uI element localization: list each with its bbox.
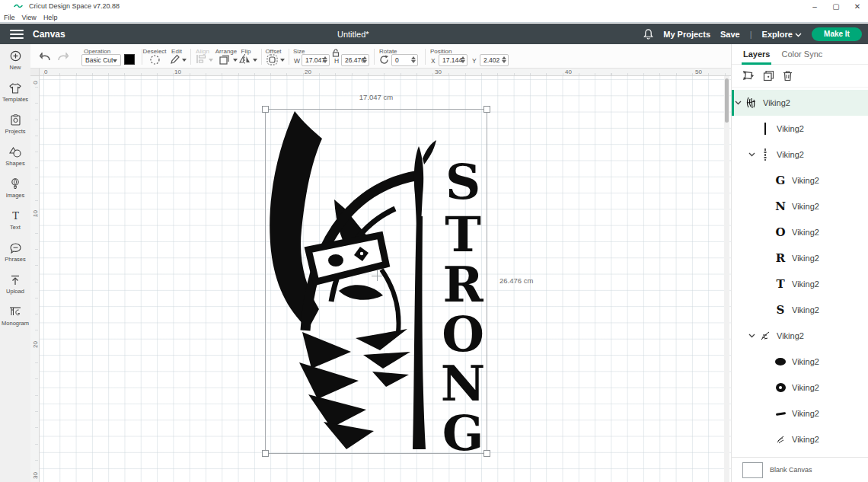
offset-caret-icon[interactable] bbox=[280, 59, 285, 62]
shapes-icon bbox=[9, 145, 21, 158]
height-label: H bbox=[334, 57, 339, 65]
layer-thumbnail-letter-O: O bbox=[773, 225, 788, 240]
blank-canvas-swatch[interactable] bbox=[742, 462, 763, 478]
layer-row[interactable]: SViking2 bbox=[732, 297, 868, 323]
flip-icon[interactable] bbox=[239, 54, 251, 65]
layer-label: Viking2 bbox=[777, 331, 804, 340]
height-input[interactable]: 26.476 bbox=[341, 54, 369, 66]
layer-row[interactable]: TViking2 bbox=[732, 271, 868, 297]
sidebar-item-upload[interactable]: Upload bbox=[0, 268, 30, 300]
sidebar-item-label: Phrases bbox=[5, 256, 26, 263]
redo-icon[interactable] bbox=[56, 53, 69, 62]
operation-color-swatch[interactable] bbox=[124, 54, 135, 65]
layer-row[interactable]: RViking2 bbox=[732, 245, 868, 271]
hamburger-menu-icon[interactable] bbox=[10, 30, 24, 39]
layer-thumbnail-donut bbox=[773, 380, 788, 395]
explore-menu[interactable]: Explore bbox=[762, 30, 802, 39]
operation-dropdown[interactable]: Basic Cut bbox=[81, 54, 121, 66]
unlock-icon[interactable] bbox=[332, 49, 340, 57]
layer-row[interactable]: Viking2 bbox=[732, 375, 868, 401]
layer-thumbnail-letter-T: T bbox=[773, 276, 788, 292]
layer-label: Viking2 bbox=[792, 409, 819, 418]
y-position-input[interactable]: 2.402 bbox=[480, 54, 509, 66]
group-icon[interactable] bbox=[742, 70, 755, 81]
my-projects-link[interactable]: My Projects bbox=[663, 30, 710, 39]
menu-file[interactable]: File bbox=[4, 14, 15, 21]
width-input[interactable]: 17.047 bbox=[302, 54, 330, 66]
layer-row[interactable]: NViking2 bbox=[732, 193, 868, 219]
offset-icon[interactable] bbox=[266, 54, 278, 65]
y-stepper[interactable] bbox=[502, 56, 506, 63]
menu-help[interactable]: Help bbox=[43, 14, 58, 21]
selection-bounding-box[interactable]: STRONG bbox=[265, 109, 487, 454]
sidebar-item-label: Projects bbox=[5, 128, 25, 135]
sidebar-item-label: Upload bbox=[6, 288, 24, 295]
layer-row-selected[interactable]: Viking2 bbox=[732, 90, 868, 116]
nav-canvas-label[interactable]: Canvas bbox=[33, 29, 65, 40]
sidebar-item-templates[interactable]: Templates bbox=[0, 76, 30, 108]
x-position-input[interactable]: 17.144 bbox=[439, 54, 468, 66]
layer-row[interactable]: OViking2 bbox=[732, 219, 868, 245]
resize-handle-top-left[interactable] bbox=[262, 106, 269, 113]
chevron-down-icon[interactable] bbox=[732, 101, 744, 105]
layer-thumbnail-viking bbox=[744, 95, 759, 110]
rotate-icon[interactable] bbox=[379, 55, 389, 65]
chevron-down-icon[interactable] bbox=[745, 334, 758, 338]
duplicate-icon[interactable] bbox=[763, 70, 774, 81]
h-ruler-tick-label: 50 bbox=[695, 69, 702, 75]
chevron-down-icon[interactable] bbox=[745, 152, 758, 157]
deselect-icon[interactable] bbox=[149, 54, 161, 65]
height-stepper[interactable] bbox=[362, 56, 367, 63]
maximize-button[interactable]: ▢ bbox=[825, 0, 847, 12]
scrollbar-thumb[interactable] bbox=[725, 78, 729, 123]
edit-pencil-icon[interactable] bbox=[170, 54, 180, 65]
layer-row[interactable]: Viking2 bbox=[732, 349, 868, 375]
layer-row[interactable]: Viking2 bbox=[732, 426, 868, 452]
sidebar-item-images[interactable]: Images bbox=[0, 172, 30, 204]
width-stepper[interactable] bbox=[323, 56, 327, 63]
rotate-input[interactable]: 0 bbox=[391, 54, 418, 66]
tab-layers[interactable]: Layers bbox=[743, 44, 770, 65]
sidebar-item-monogram[interactable]: Monogram bbox=[0, 300, 30, 332]
menu-view[interactable]: View bbox=[22, 14, 37, 21]
blank-canvas-bar[interactable]: Blank Canvas bbox=[732, 457, 868, 482]
tab-color-sync[interactable]: Color Sync bbox=[781, 44, 822, 65]
sidebar-item-shapes[interactable]: Shapes bbox=[0, 140, 30, 172]
canvas-area[interactable]: 01020304050 0102030 17.047 cm 26.476 cm bbox=[30, 69, 731, 482]
layer-label: Viking2 bbox=[792, 435, 819, 444]
sidebar-item-phrases[interactable]: Phrases bbox=[0, 236, 30, 268]
resize-handle-bottom-right[interactable] bbox=[483, 450, 490, 457]
arrange-caret-icon[interactable] bbox=[233, 59, 238, 62]
minimize-button[interactable]: – bbox=[804, 0, 825, 12]
sidebar-item-new[interactable]: New bbox=[0, 44, 30, 76]
undo-icon[interactable] bbox=[40, 53, 52, 62]
sidebar-item-projects[interactable]: Projects bbox=[0, 108, 30, 140]
rotate-stepper[interactable] bbox=[411, 56, 416, 63]
layer-row[interactable]: GViking2 bbox=[732, 168, 868, 193]
x-stepper[interactable] bbox=[461, 56, 465, 63]
flip-caret-icon[interactable] bbox=[253, 59, 257, 62]
resize-handle-top-right[interactable] bbox=[483, 106, 490, 113]
edit-caret-icon[interactable] bbox=[182, 59, 187, 62]
make-it-button[interactable]: Make It bbox=[812, 27, 862, 41]
layer-row[interactable]: Viking2 bbox=[732, 401, 868, 426]
document-title[interactable]: Untitled* bbox=[337, 30, 369, 39]
v-ruler-tick-label: 20 bbox=[32, 341, 39, 349]
delete-trash-icon[interactable] bbox=[783, 70, 793, 81]
sidebar-item-text[interactable]: TText bbox=[0, 204, 30, 236]
sidebar-item-label: Images bbox=[6, 192, 25, 199]
vertical-scrollbar[interactable] bbox=[724, 76, 729, 482]
layer-row[interactable]: Viking2 bbox=[732, 116, 868, 142]
resize-handle-bottom-left[interactable] bbox=[262, 450, 269, 457]
layer-row[interactable]: Viking2 bbox=[732, 323, 868, 349]
window-title: Cricut Design Space v7.20.88 bbox=[29, 2, 120, 10]
arrange-icon[interactable] bbox=[219, 54, 230, 65]
menu-bar: File View Help bbox=[0, 12, 868, 23]
y-label: Y bbox=[472, 57, 477, 65]
viking-artwork[interactable]: STRONG bbox=[266, 110, 488, 455]
save-link[interactable]: Save bbox=[720, 30, 740, 39]
layer-row[interactable]: Viking2 bbox=[732, 142, 868, 168]
close-button[interactable]: ✕ bbox=[847, 0, 868, 12]
notifications-bell-icon[interactable] bbox=[643, 29, 653, 40]
h-ruler-tick-label: 10 bbox=[174, 69, 181, 75]
